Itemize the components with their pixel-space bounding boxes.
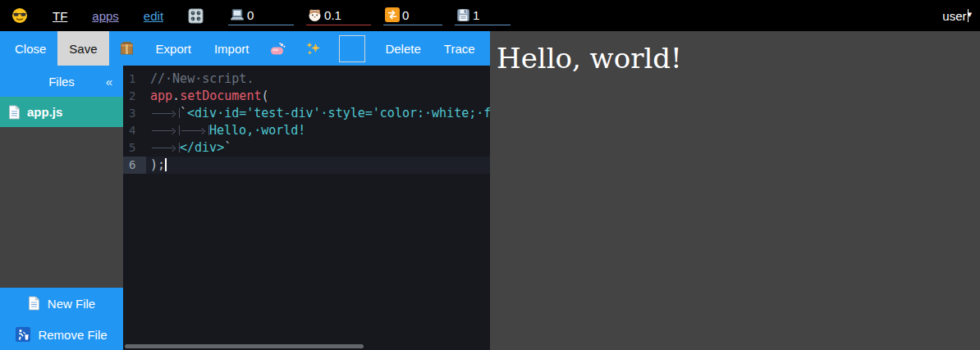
tab-marker-icon xyxy=(150,143,180,152)
files-title: Files xyxy=(48,75,75,89)
file-name: app.js xyxy=(27,105,62,119)
nav-link-apps[interactable]: apps xyxy=(92,9,119,23)
code-line[interactable]: 6); xyxy=(123,157,490,174)
code-token: ( xyxy=(261,89,268,103)
code-text: ); xyxy=(146,157,490,174)
trace-button[interactable]: Trace xyxy=(433,31,487,66)
user-menu[interactable]: user ▾ xyxy=(942,9,969,23)
file-actions: New File Remove File xyxy=(0,288,123,350)
save-counter[interactable]: 1 xyxy=(455,6,511,25)
export-button[interactable]: Export xyxy=(144,31,203,66)
sidebar-empty-area xyxy=(0,127,123,288)
preview-hello-text: Hello, world! xyxy=(490,31,980,75)
code-text: Hello,·world! xyxy=(146,122,490,139)
code-token: ` xyxy=(224,140,231,155)
sparkles-icon xyxy=(305,41,321,57)
line-number: 5 xyxy=(123,139,146,157)
save-button[interactable]: Save xyxy=(57,31,108,66)
editor-app: Close Save Export Import xyxy=(0,31,490,350)
nav-link-tf[interactable]: TF xyxy=(53,9,67,23)
counter-value: 0 xyxy=(247,8,254,22)
package-button[interactable] xyxy=(109,31,144,66)
cpu-counter[interactable]: 0 xyxy=(228,6,294,25)
code-token: //·New·script. xyxy=(150,71,254,86)
import-button[interactable]: Import xyxy=(203,31,261,66)
code-text: `<div·id='test-div'·style='color:·white;… xyxy=(146,105,490,122)
code-line[interactable]: 2app.setDocument( xyxy=(123,88,490,105)
workspace: Files « app.js xyxy=(0,66,490,350)
preview-panel: Hello, world! xyxy=(490,31,980,350)
code-editor[interactable]: 1//·New·script.2app.setDocument(3`<div·i… xyxy=(123,66,490,350)
laptop-icon xyxy=(230,8,245,21)
new-file-button[interactable]: New File xyxy=(0,288,123,319)
files-sidebar: Files « app.js xyxy=(0,66,123,350)
code-token: . xyxy=(172,89,180,103)
line-number: 3 xyxy=(123,105,146,122)
refresh-icon xyxy=(385,7,400,22)
file-document-icon xyxy=(8,105,21,120)
control-knobs-icon[interactable] xyxy=(188,8,204,24)
line-number: 4 xyxy=(123,122,146,139)
line-number: 6 xyxy=(123,157,146,174)
hamster-icon xyxy=(308,8,322,22)
code-text: </div>` xyxy=(146,139,490,157)
code-token: app xyxy=(150,89,172,103)
code-token: Hello,·world! xyxy=(209,123,305,138)
code-token: setDocument xyxy=(180,89,261,103)
code-line[interactable]: 5</div>` xyxy=(123,139,490,157)
line-number: 2 xyxy=(123,88,146,105)
file-item-appjs[interactable]: app.js xyxy=(0,97,123,127)
soap-button[interactable] xyxy=(260,31,295,66)
files-header: Files « xyxy=(0,66,123,97)
sunglasses-face-icon[interactable] xyxy=(11,7,28,24)
status-counters: 0 0.1 0 xyxy=(228,6,511,25)
text-cursor xyxy=(165,158,167,171)
sparkles-button[interactable] xyxy=(295,31,331,66)
horizontal-scrollbar[interactable] xyxy=(125,344,364,348)
chevron-down-icon: ▾ xyxy=(968,9,969,22)
code-line[interactable]: 1//·New·script. xyxy=(123,70,490,88)
collapse-sidebar-button[interactable]: « xyxy=(106,75,112,89)
empty-toolbar-button[interactable] xyxy=(339,35,365,62)
code-text: //·New·script. xyxy=(146,70,490,88)
tab-marker-icon xyxy=(150,125,180,135)
code-text: app.setDocument( xyxy=(146,88,490,105)
code-token: <div·id='test-div'·style='color:·white;·… xyxy=(187,106,490,120)
delete-button[interactable]: Delete xyxy=(373,31,432,66)
tab-marker-icon xyxy=(180,125,209,135)
code-lines: 1//·New·script.2app.setDocument(3`<div·i… xyxy=(123,70,490,174)
package-icon xyxy=(119,41,135,56)
top-nav: TF apps edit xyxy=(11,7,204,24)
code-line[interactable]: 4Hello,·world! xyxy=(123,122,490,139)
code-token: ` xyxy=(180,106,187,120)
counter-value: 0 xyxy=(402,8,409,22)
litter-bin-icon xyxy=(16,327,30,342)
code-token: </div> xyxy=(180,140,224,155)
close-button[interactable]: Close xyxy=(3,31,57,66)
code-line[interactable]: 3`<div·id='test-div'·style='color:·white… xyxy=(123,105,490,122)
file-document-icon xyxy=(28,296,40,311)
counter-value: 1 xyxy=(473,8,479,22)
refresh-counter[interactable]: 0 xyxy=(383,6,442,25)
editor-toolbar: Close Save Export Import xyxy=(0,31,490,66)
user-menu-label: user xyxy=(942,9,966,23)
tab-marker-icon xyxy=(150,108,180,118)
code-token: ); xyxy=(150,157,165,172)
remove-file-button[interactable]: Remove File xyxy=(0,319,123,350)
remove-file-label: Remove File xyxy=(38,328,107,342)
hamster-counter[interactable]: 0.1 xyxy=(306,6,371,25)
nav-link-edit[interactable]: edit xyxy=(144,9,163,23)
counter-value: 0.1 xyxy=(324,8,341,22)
new-file-label: New File xyxy=(48,297,95,311)
line-number: 1 xyxy=(123,70,146,88)
top-bar: TF apps edit 0 xyxy=(0,0,980,31)
soap-icon xyxy=(270,42,286,56)
floppy-disk-icon xyxy=(456,8,470,22)
